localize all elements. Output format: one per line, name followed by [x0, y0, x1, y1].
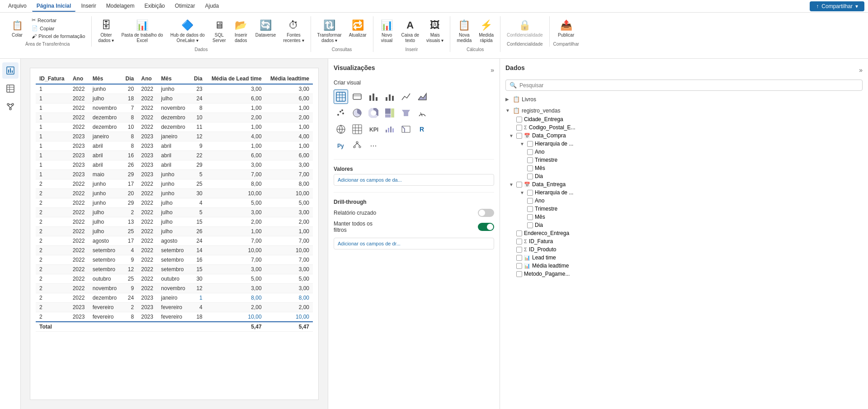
- drillthrough-add-link[interactable]: Adicionar os campos de dr...: [338, 241, 490, 246]
- text-box-button[interactable]: A Caixa detexto: [399, 16, 422, 45]
- viz-scatter-icon[interactable]: [334, 106, 348, 120]
- sidebar-model-icon[interactable]: [2, 99, 19, 115]
- quick-measure-button[interactable]: ⚡ Medidarápida: [476, 16, 496, 45]
- cut-button[interactable]: ✂Recortar: [29, 16, 88, 24]
- viz-area-icon[interactable]: [415, 89, 429, 104]
- field-mes-entrega[interactable]: Mês: [505, 213, 863, 221]
- menu-arquivo[interactable]: Arquivo: [4, 1, 31, 12]
- data-expand-arrow[interactable]: »: [859, 66, 863, 74]
- viz-gauge-icon[interactable]: [415, 106, 429, 120]
- cross-report-toggle[interactable]: [478, 209, 494, 217]
- field-media-leadtime[interactable]: 📊 Média leadtime: [505, 262, 863, 270]
- trim-compra-checkbox[interactable]: [527, 157, 533, 163]
- field-ano-entrega[interactable]: Ano: [505, 197, 863, 205]
- viz-treemap-icon[interactable]: [382, 106, 397, 120]
- new-visual-button[interactable]: 📊 Novovisual: [377, 16, 397, 45]
- recent-sources-button[interactable]: ⏱ Fontesrecentes ▾: [280, 16, 307, 45]
- trim-entrega-checkbox[interactable]: [527, 206, 533, 212]
- viz-card-icon[interactable]: [350, 89, 364, 104]
- more-visuals-button[interactable]: 🖼 Maisvisuais ▾: [424, 16, 446, 45]
- viz-line-icon[interactable]: [399, 89, 413, 104]
- sql-button[interactable]: 🖥 SQLServer: [209, 16, 229, 45]
- field-trimestre-compra[interactable]: Trimestre: [505, 156, 863, 164]
- field-endereco[interactable]: Endereco_Entrega: [505, 229, 863, 237]
- new-measure-button[interactable]: 📋 Novamedida: [454, 16, 474, 45]
- menu-exibicao[interactable]: Exibição: [140, 1, 169, 12]
- cidade-checkbox[interactable]: [516, 117, 522, 122]
- field-dia-compra[interactable]: Dia: [505, 172, 863, 180]
- field-cidade[interactable]: Cidade_Entrega: [505, 115, 863, 123]
- field-lead-time[interactable]: 📊 Lead time: [505, 254, 863, 262]
- share-button[interactable]: ↑ Compartilhar ▾: [810, 1, 864, 11]
- field-dia-entrega[interactable]: Dia: [505, 221, 863, 229]
- viz-pie-icon[interactable]: [350, 106, 364, 120]
- menu-inserir[interactable]: Inserir: [76, 1, 100, 12]
- viz-py-icon[interactable]: Py: [334, 138, 348, 153]
- viz-waterfall-icon[interactable]: [382, 122, 397, 136]
- ano-entrega-checkbox[interactable]: [527, 198, 533, 204]
- field-data-compra[interactable]: ▼ 📅 Data_Compra: [505, 132, 863, 140]
- onelake-button[interactable]: 🔷 Hub de dados doOneLake ▾: [168, 16, 208, 45]
- viz-ribbon-icon[interactable]: [399, 122, 413, 136]
- viz-expand-arrow[interactable]: »: [491, 66, 494, 74]
- dataverse-button[interactable]: 🔄 Dataverse: [253, 16, 279, 40]
- idproduto-checkbox[interactable]: [516, 247, 522, 253]
- field-trimestre-entrega[interactable]: Trimestre: [505, 205, 863, 213]
- transform-button[interactable]: 🔃 Transformardados ▾: [315, 16, 344, 45]
- field-codigo-postal[interactable]: Σ Codigo_Postal_E...: [505, 123, 863, 132]
- data-entrega-checkbox[interactable]: [516, 182, 522, 188]
- search-input[interactable]: [519, 82, 859, 89]
- insert-data-button[interactable]: 📂 Inserirdados: [231, 16, 251, 45]
- medialeadtime-checkbox[interactable]: [516, 263, 522, 269]
- livros-header[interactable]: ▶ 📋 Livros: [505, 94, 863, 104]
- menu-ajuda[interactable]: Ajuda: [200, 1, 223, 12]
- idfatura-checkbox[interactable]: [516, 239, 522, 244]
- endereco-checkbox[interactable]: [516, 230, 522, 236]
- field-ano-compra[interactable]: Ano: [505, 148, 863, 156]
- confidentiality-button[interactable]: 🔒 Confidencialidade: [504, 16, 546, 40]
- drillthrough-box[interactable]: Adicionar os campos de dr...: [334, 238, 494, 249]
- viz-r-icon[interactable]: R: [415, 122, 429, 136]
- keep-filters-toggle[interactable]: [478, 223, 494, 231]
- field-id-fatura[interactable]: Σ ID_Fatura: [505, 237, 863, 245]
- valores-add-link[interactable]: Adicionar os campos de da...: [338, 177, 490, 183]
- viz-matrix-icon[interactable]: [350, 122, 364, 136]
- field-id-produto[interactable]: Σ ID_Produto: [505, 245, 863, 254]
- hierarchy-compra[interactable]: ▼ Hierarquia de ...: [505, 140, 863, 148]
- field-mes-compra[interactable]: Mês: [505, 164, 863, 172]
- get-data-button[interactable]: 🗄 Obterdados ▾: [95, 16, 117, 45]
- publish-button[interactable]: 📤 Publicar: [555, 16, 577, 40]
- registro-header[interactable]: ▼ 📋 registro_vendas: [505, 106, 863, 115]
- valores-box[interactable]: Adicionar os campos de da...: [334, 174, 494, 186]
- hier-entrega-checkbox[interactable]: [527, 190, 533, 196]
- mes-compra-checkbox[interactable]: [527, 165, 533, 171]
- excel-button[interactable]: 📊 Pasta de trabalho doExcel: [118, 16, 165, 45]
- dia-entrega-checkbox[interactable]: [527, 222, 533, 228]
- ano-compra-checkbox[interactable]: [527, 149, 533, 155]
- leadtime-checkbox[interactable]: [516, 255, 522, 261]
- copy-button[interactable]: 📄Copiar: [29, 24, 88, 32]
- viz-more-icon[interactable]: ···: [366, 138, 381, 153]
- hier-compra-checkbox[interactable]: [527, 141, 533, 147]
- sidebar-table-icon[interactable]: [2, 80, 19, 97]
- viz-decomp-icon[interactable]: [350, 138, 364, 153]
- format-painter-button[interactable]: 🖌Pincel de formatação: [29, 33, 88, 40]
- dia-compra-checkbox[interactable]: [527, 174, 533, 179]
- codigo-checkbox[interactable]: [516, 125, 522, 131]
- viz-bar-icon[interactable]: [366, 89, 381, 104]
- menu-modelagem[interactable]: Modelagem: [102, 1, 139, 12]
- refresh-button[interactable]: 🔁 Atualizar: [346, 16, 369, 40]
- field-data-entrega[interactable]: ▼ 📅 Data_Entrega: [505, 180, 863, 188]
- metodo-checkbox[interactable]: [516, 271, 522, 277]
- field-metodo-pagame[interactable]: Metodo_Pagame...: [505, 270, 863, 278]
- viz-donut-icon[interactable]: [366, 106, 381, 120]
- sidebar-report-icon[interactable]: [2, 62, 19, 79]
- viz-column-icon[interactable]: [382, 89, 397, 104]
- hierarchy-entrega[interactable]: ▼ Hierarquia de ...: [505, 188, 863, 197]
- viz-funnel-icon[interactable]: [399, 106, 413, 120]
- menu-pagina-inicial[interactable]: Página Inicial: [32, 1, 76, 12]
- viz-map-icon[interactable]: [334, 122, 348, 136]
- paste-button[interactable]: 📋 Colar: [7, 16, 27, 40]
- viz-table-icon[interactable]: [334, 89, 348, 104]
- mes-entrega-checkbox[interactable]: [527, 214, 533, 220]
